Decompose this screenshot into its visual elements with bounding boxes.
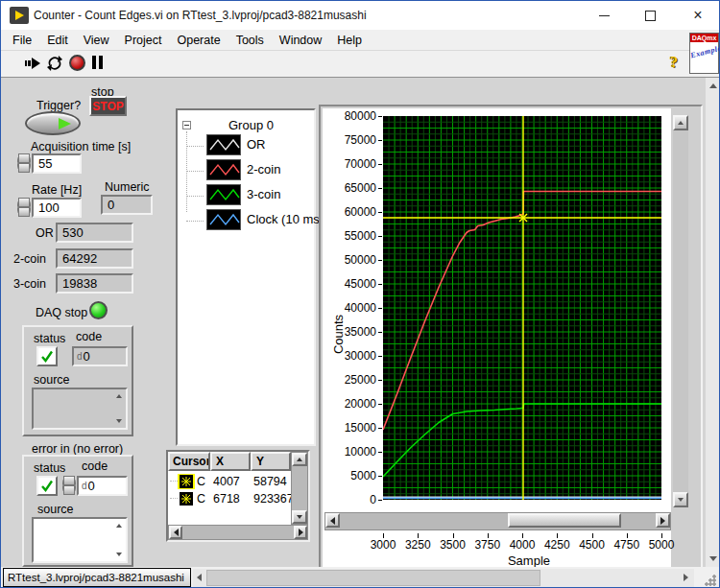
scroll-up-icon[interactable] [292,453,307,466]
project-context-tab[interactable]: RTtest_3.lvproj/pcad3-8821musashi [3,568,191,587]
menu-tools[interactable]: Tools [228,31,272,50]
close-button[interactable]: × [679,3,717,28]
cursor-icon[interactable] [178,474,195,489]
numeric-label: Numeric [105,180,150,194]
pause-button[interactable] [92,56,104,69]
tree-collapse-toggle[interactable] [182,121,191,129]
y-tick-label: 35000 [332,325,376,339]
scroll-left-icon[interactable] [325,513,340,528]
window-hscrollbar[interactable] [193,569,694,587]
stop-button[interactable]: STOP [89,96,127,116]
plot-swatch-or[interactable] [206,134,241,155]
menu-project[interactable]: Project [117,31,170,50]
scroll-right-icon[interactable] [656,513,670,528]
menu-edit[interactable]: Edit [39,31,76,50]
or-label: OR [36,226,54,240]
graph-scale-up-button[interactable] [673,115,688,130]
cursor-legend: Cursors X Y C400758794C6718923367 [166,450,310,542]
legend-label: 3-coin [247,187,280,201]
scroll-down-icon[interactable] [114,416,124,426]
window-hscroll-thumb[interactable] [206,570,540,586]
scroll-up-icon[interactable] [114,391,124,401]
rate-input[interactable]: 100 [32,198,82,218]
scroll-down-icon[interactable] [114,550,124,559]
error-in-code-stepper[interactable] [62,476,76,495]
y-tick-label: 80000 [332,109,376,123]
waveform-graph[interactable] [383,116,661,500]
minimize-icon [599,15,610,16]
menu-operate[interactable]: Operate [169,31,228,50]
context-help-icon[interactable]: ? [670,54,678,71]
coin2-indicator: 64292 [56,248,133,269]
minimize-button[interactable] [585,3,623,28]
scroll-down-icon[interactable] [709,556,717,561]
cursor-table-vscrollbar[interactable] [291,452,308,525]
legend-item[interactable]: Clock (10 ms) [178,208,318,233]
run-continuously-button[interactable] [46,55,63,72]
scroll-up-icon[interactable] [114,521,124,530]
plot-swatch-clock-10-ms-[interactable] [206,209,241,230]
decrement-icon[interactable] [17,163,31,173]
scroll-up-icon[interactable] [709,83,717,88]
y-tick-label: 0 [332,493,376,506]
acquisition-time-input[interactable]: 55 [32,153,82,174]
trigger-toggle-button[interactable] [25,111,81,135]
y-tick-label: 75000 [332,133,376,147]
plot-swatch-3-coin[interactable] [206,184,241,205]
graph-hscroll-thumb[interactable] [508,513,621,528]
y-tick-label: 60000 [332,205,376,219]
x-axis-label: Sample [500,553,558,568]
window-vscrollbar[interactable] [705,78,720,567]
legend-item[interactable]: OR [178,133,318,158]
cursor-column-header[interactable]: Cursors [168,452,210,471]
acquisition-time-stepper[interactable] [17,153,31,173]
cursor-name: C [197,492,209,506]
error-in-label: error in (no error) [32,442,123,456]
legend-item[interactable]: 2-coin [178,158,318,183]
cursor-table-hscrollbar[interactable] [168,525,308,540]
scroll-left-icon[interactable] [197,574,202,581]
graph-scale-down-button[interactable] [673,492,688,507]
error-in-code-input[interactable]: d 0 [77,476,128,496]
legend-item[interactable]: 3-coin [178,183,318,208]
legend-group-label: Group 0 [228,118,274,132]
cursor-row[interactable]: C400758794 [168,473,291,490]
menu-help[interactable]: Help [329,31,370,50]
resize-grip[interactable] [705,575,716,586]
cursor-icon[interactable] [178,491,195,506]
x-column-header[interactable]: X [210,452,251,471]
scroll-right-icon[interactable] [294,526,307,539]
rate-stepper[interactable] [17,198,31,217]
scroll-left-icon[interactable] [169,526,182,539]
daq-stop-label: DAQ stop [36,306,87,319]
window-title: Counter - Count Edges.vi on RTtest_3.lvp… [34,9,367,22]
checkmark-icon [40,350,54,363]
maximize-icon [645,11,656,21]
error-in-cluster: status code d 0 source [22,455,133,567]
pause-icon [92,56,96,69]
scroll-down-icon[interactable] [292,510,307,524]
run-button[interactable] [24,56,41,71]
increment-icon[interactable] [17,153,31,163]
trigger-label: Trigger? [36,99,81,112]
cursor-row[interactable]: C6718923367 [168,490,291,507]
abort-button[interactable] [69,55,85,71]
maximize-button[interactable] [631,3,669,28]
labview-vi-icon [10,7,29,24]
menu-file[interactable]: File [5,31,39,50]
menu-window[interactable]: Window [272,31,329,50]
graph-hscrollbar[interactable] [324,512,671,530]
trigger-led-icon [59,118,71,129]
y-tick-label: 25000 [332,373,376,387]
y-column-header[interactable]: Y [251,452,291,471]
error-in-status-button[interactable] [36,476,58,496]
y-tick-label: 10000 [332,445,376,459]
error-in-source-input[interactable] [32,517,128,563]
plot-swatch-2-coin[interactable] [206,159,241,180]
plot-area[interactable] [383,116,661,500]
scroll-right-icon[interactable] [684,574,688,581]
menu-view[interactable]: View [76,31,117,50]
legend-label: Clock (10 ms) [247,212,324,226]
graph-vscroll-track[interactable] [673,130,688,492]
coin3-indicator: 19838 [56,273,133,294]
